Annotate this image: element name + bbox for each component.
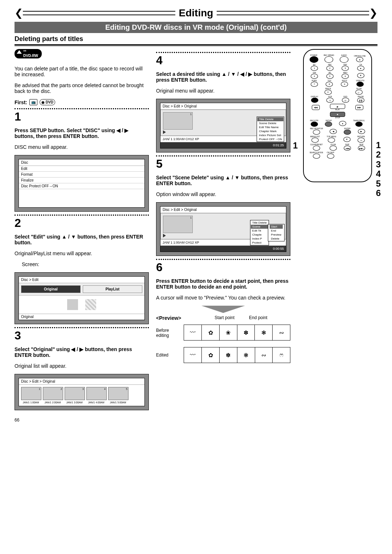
display-button[interactable] xyxy=(311,98,318,103)
cm-skip-button[interactable] xyxy=(327,154,334,159)
top-menu-button[interactable] xyxy=(328,138,335,143)
disc-menu-item: Finalize xyxy=(19,178,144,183)
nav-right-button[interactable]: ▶ xyxy=(358,129,365,134)
remote-callout-right: 1 2 3 4 5 6 xyxy=(376,140,381,198)
scene-submenu: Start End Preview Delete xyxy=(268,224,285,241)
power-button[interactable] xyxy=(310,56,318,63)
column-right: 1 1 2 3 4 5 6 POWER REC SPEED AUDIO OPEN… xyxy=(298,49,377,182)
rec-monitor-button[interactable] xyxy=(313,130,320,135)
rec-otr-button[interactable] xyxy=(311,122,318,127)
disc-menu-item: Disc Protect OFF→ON xyxy=(19,183,144,189)
step-2-result: Original/PlayList menu will appear. xyxy=(15,250,149,256)
play-button[interactable]: ▶ xyxy=(330,104,345,109)
step-6-number: 6 xyxy=(156,261,290,273)
dvd-rw-badge: VR DVD-RW xyxy=(15,49,42,58)
step-2-sub: Screen: xyxy=(22,261,149,267)
edited-label: Edited xyxy=(156,353,181,358)
step-4-result: Original menu will appear. xyxy=(156,88,290,94)
disc-menu-title: Disc xyxy=(19,159,144,166)
step-4-number: 4 xyxy=(156,54,290,66)
step-3-instruction: Select "Original" using ◀ / ▶ buttons, t… xyxy=(15,346,149,358)
down-triangle-divider xyxy=(201,306,245,313)
zoom-button[interactable] xyxy=(330,146,337,151)
title-options-popup: Title Delete Scene Delete Edit Title Nam… xyxy=(257,117,284,142)
disc-menu-screen: Disc Edit Format Finalize Disc Protect O… xyxy=(15,155,149,212)
skip-back-button[interactable]: |◀◀ xyxy=(344,146,351,151)
column-center: 4 Select a desired title using ▲ / ▼ / ◀… xyxy=(156,49,290,363)
ff-button[interactable]: ▶▶ xyxy=(355,105,363,110)
menu-list-button[interactable] xyxy=(311,138,319,143)
header-title: Editing xyxy=(179,7,213,19)
tv-icon: 📺 xyxy=(29,99,37,105)
nav-down-button[interactable]: ▼ xyxy=(343,137,351,142)
original-tab: Original xyxy=(21,285,81,293)
video-tv-button[interactable] xyxy=(356,82,364,87)
disc-icon: ◉ DVD xyxy=(40,99,55,105)
preview-edited-row: 〰✿✽❃∾ෆ xyxy=(184,347,290,363)
start-point-label: Start point xyxy=(215,315,234,320)
original-list-screen: Disc > Edit > Original 1JAN/1 1:00AM 2JA… xyxy=(15,374,149,410)
nav-up-button[interactable]: ▲ xyxy=(339,121,346,126)
num-7-button[interactable]: 7 xyxy=(311,82,318,87)
ch-down-button[interactable]: ▼ xyxy=(357,73,364,78)
ch-up-button[interactable]: ▲ xyxy=(357,66,364,71)
intro-text-2: Be advised that the parts once deleted c… xyxy=(15,82,149,94)
pause-button[interactable]: ❚❚ xyxy=(357,98,364,103)
step-6-result: A cursor will move to "Preview." You can… xyxy=(156,295,290,301)
column-left: VR DVD-RW You can delete part of a title… xyxy=(15,49,149,423)
dvd-button[interactable]: ◎ xyxy=(342,98,349,103)
clear-reset-button[interactable] xyxy=(313,146,320,151)
original-menu-screen: Disc > Edit > Original 1 Title Delete Sc… xyxy=(156,99,290,152)
before-editing-label: Before editing xyxy=(156,328,181,338)
num-1-button[interactable]: 1 xyxy=(311,66,318,71)
setup-button[interactable] xyxy=(325,122,332,127)
playlist-tab: PlayList xyxy=(83,285,142,293)
page-number: 66 xyxy=(15,417,149,423)
subheader: Editing DVD-RW discs in VR mode (Origina… xyxy=(15,22,377,33)
first-label: First: xyxy=(15,99,27,105)
nav-left-button[interactable]: ◀ xyxy=(330,129,337,134)
original-list-title: Disc > Edit > Original xyxy=(19,378,144,385)
audio-button[interactable] xyxy=(340,56,348,63)
enter-button[interactable] xyxy=(344,130,351,135)
num-2-button[interactable]: 2 xyxy=(326,66,334,71)
slow-button[interactable]: ▷ xyxy=(355,90,363,95)
scene-options-popup: Title Delete Scene Edit Tit Chapte Index… xyxy=(250,220,269,245)
step-2-number: 2 xyxy=(15,217,149,229)
edit-menu-footer: Original xyxy=(19,314,144,320)
step-1-number: 1 xyxy=(15,111,149,122)
num-8-button[interactable]: 8 xyxy=(326,82,333,87)
num-5-button[interactable]: 5 xyxy=(326,74,334,79)
num-6-button[interactable]: 6 xyxy=(342,74,349,79)
vcr-button[interactable]: ⊙ xyxy=(326,98,334,103)
disc-menu-item: Format xyxy=(19,172,144,178)
num-0-button[interactable]: 0 xyxy=(324,90,332,95)
step-3-result: Original list will appear. xyxy=(15,363,149,369)
step-4-instruction: Select a desired title using ▲ / ▼ / ◀ /… xyxy=(156,71,290,83)
remote-callout-left: 1 xyxy=(293,140,298,151)
return-button[interactable]: ↩ xyxy=(358,138,365,143)
open-close-button[interactable]: ▲ xyxy=(356,57,363,62)
step-6-instruction: Press ENTER button to decide a start poi… xyxy=(156,278,290,290)
header-right-cap: ❯ xyxy=(369,9,377,17)
stop-button[interactable]: ■ xyxy=(330,112,345,117)
timer-prog-button[interactable] xyxy=(355,122,363,127)
step-5-instruction: Select "Scene Delete" using ▲ / ▼ button… xyxy=(156,175,290,186)
header-left-cap: ❮ xyxy=(15,9,23,17)
step-1-result: DISC menu will appear. xyxy=(15,144,149,150)
step-5-number: 5 xyxy=(156,158,290,170)
rec-speed-button[interactable] xyxy=(324,56,333,63)
intro-text-1: You can delete part of a title, the disc… xyxy=(15,66,149,77)
page-header: ❮ Editing ❯ xyxy=(15,7,377,19)
playlist-icon xyxy=(85,299,96,310)
step-2-instruction: Select "Edit" using ▲ / ▼ buttons, then … xyxy=(15,234,149,245)
search-mode-button[interactable] xyxy=(313,154,320,159)
edit-menu-title: Disc > Edit xyxy=(19,277,144,283)
edit-menu-screen: Disc > Edit Original PlayList Original xyxy=(15,272,149,324)
section-title: Deleting parts of titles xyxy=(15,35,377,43)
num-9-button[interactable]: 9 xyxy=(341,82,348,87)
skip-fwd-button[interactable]: ▶▶| xyxy=(358,146,365,151)
rew-button[interactable]: ◀◀ xyxy=(312,105,320,110)
num-4-button[interactable]: 4 xyxy=(311,74,318,79)
num-3-button[interactable]: 3 xyxy=(342,66,349,71)
